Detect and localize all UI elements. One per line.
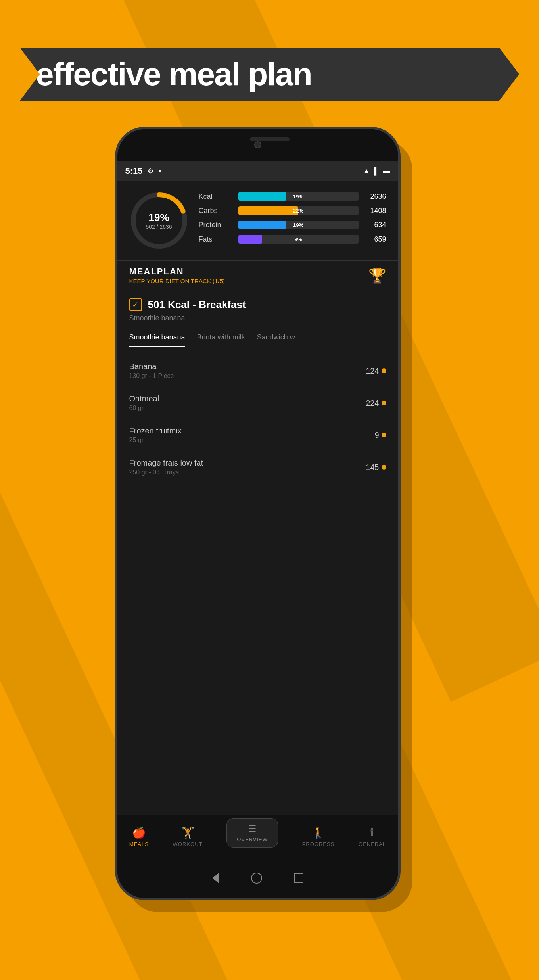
circle-percent: 19%	[146, 211, 172, 224]
battery-icon: ▬	[383, 167, 390, 175]
breakfast-title-row: ✓ 501 Kcal - Breakfast	[129, 298, 386, 311]
android-home-button[interactable]	[251, 873, 262, 884]
macro-bars: Kcal 19% 2636 Carbs 22%	[199, 192, 386, 249]
battery-status-icon: ▪	[159, 167, 161, 175]
wifi-icon: ▲	[363, 167, 370, 175]
breakfast-checkbox[interactable]: ✓	[129, 298, 142, 311]
food-oatmeal-calories: 224	[366, 399, 386, 408]
general-icon: ℹ	[370, 826, 374, 839]
list-item: Frozen fruitmix 25 gr 9	[129, 419, 386, 451]
macro-kcal-bar: 19%	[238, 192, 359, 201]
tab-smoothie-banana[interactable]: Smoothie banana	[129, 328, 185, 347]
phone-top-bezel	[117, 129, 398, 161]
breakfast-section: ✓ 501 Kcal - Breakfast Smoothie banana S…	[117, 288, 398, 351]
overview-icon: ☰	[248, 823, 257, 834]
macro-carbs-value: 1408	[363, 207, 386, 215]
nav-meals-label: MEALS	[129, 841, 149, 847]
oatmeal-kcal-value: 224	[366, 399, 379, 408]
banana-kcal-value: 124	[366, 366, 379, 376]
macro-carbs-bar: 22%	[238, 206, 359, 215]
food-fromage-calories: 145	[366, 463, 386, 472]
status-bar-left: 5:15 ⚙ ▪	[125, 166, 161, 176]
signal-icon: ▌	[374, 167, 379, 175]
macro-kcal-row: Kcal 19% 2636	[199, 192, 386, 201]
macro-protein-pct: 19%	[293, 222, 303, 228]
macro-carbs-pct: 22%	[293, 208, 303, 214]
food-banana-serving: 130 gr - 1 Piece	[129, 372, 174, 380]
phone-bottom-bezel	[117, 858, 398, 898]
status-icons-right: ▲ ▌ ▬	[363, 167, 390, 175]
header-title: effective meal plan	[36, 56, 312, 92]
meals-icon: 🍎	[132, 826, 146, 839]
nav-item-overview[interactable]: ☰ OVERVIEW	[226, 818, 278, 848]
macro-protein-row: Protein 19% 634	[199, 221, 386, 229]
food-items-list: Banana 130 gr - 1 Piece 124 Oatmeal 60 g…	[117, 351, 398, 487]
mealplan-header: MEALPLAN KEEP YOUR DIET ON TRACK (1/5) 🏆	[117, 260, 398, 288]
nav-item-progress[interactable]: 🚶 PROGRESS	[302, 826, 335, 847]
food-banana-calories: 124	[366, 366, 386, 376]
list-item: Fromage frais low fat 250 gr - 0.5 Trays…	[129, 451, 386, 483]
camera	[254, 141, 261, 148]
android-recents-button[interactable]	[294, 873, 303, 883]
nav-general-label: GENERAL	[359, 841, 386, 847]
gear-icon: ⚙	[148, 167, 154, 175]
android-back-button[interactable]	[212, 873, 219, 884]
list-item: Oatmeal 60 gr 224	[129, 387, 386, 419]
header-banner: effective meal plan	[20, 48, 519, 101]
circle-text: 19% 502 / 2636	[146, 211, 172, 230]
food-fromage-info: Fromage frais low fat 250 gr - 0.5 Trays	[129, 458, 203, 476]
nav-item-general[interactable]: ℹ GENERAL	[359, 826, 386, 847]
macro-protein-bar: 19%	[238, 221, 359, 229]
macro-fats-bar: 8%	[238, 235, 359, 244]
food-fromage-name: Fromage frais low fat	[129, 458, 203, 468]
mealplan-subtitle: KEEP YOUR DIET ON TRACK (1/5)	[129, 278, 225, 284]
nav-workout-label: WORKOUT	[173, 841, 203, 847]
breakfast-subtitle: Smoothie banana	[129, 314, 386, 322]
calorie-dot-icon	[382, 433, 386, 437]
food-oatmeal-info: Oatmeal 60 gr	[129, 394, 159, 412]
breakfast-title: 501 Kcal - Breakfast	[148, 299, 246, 311]
list-item: Banana 130 gr - 1 Piece 124	[129, 355, 386, 387]
phone-screen: 5:15 ⚙ ▪ ▲ ▌ ▬	[117, 161, 398, 858]
fromage-kcal-value: 145	[366, 463, 379, 472]
nav-overview-label: OVERVIEW	[237, 836, 268, 842]
bottom-navigation: 🍎 MEALS 🏋 WORKOUT ☰ OVERVIEW 🚶 PROGRESS …	[117, 815, 398, 858]
mealplan-subtitle-static: KEEP YOUR DIET	[129, 278, 180, 284]
macro-kcal-value: 2636	[363, 192, 386, 201]
food-fruitmix-serving: 25 gr	[129, 437, 182, 444]
nav-item-meals[interactable]: 🍎 MEALS	[129, 826, 149, 847]
workout-icon: 🏋	[181, 826, 195, 839]
status-time: 5:15	[125, 166, 143, 176]
nav-progress-label: PROGRESS	[302, 841, 335, 847]
check-icon: ✓	[132, 300, 139, 309]
speaker	[250, 137, 290, 141]
calorie-dot-icon	[382, 401, 386, 405]
macro-carbs-label: Carbs	[199, 207, 234, 215]
macro-kcal-label: Kcal	[199, 192, 234, 201]
food-oatmeal-name: Oatmeal	[129, 394, 159, 403]
circle-sub: 502 / 2636	[146, 224, 172, 230]
food-banana-name: Banana	[129, 362, 174, 371]
macro-carbs-row: Carbs 22% 1408	[199, 206, 386, 215]
macro-fats-label: Fats	[199, 235, 234, 244]
phone-body: 5:15 ⚙ ▪ ▲ ▌ ▬	[115, 127, 401, 900]
tab-brinta-milk[interactable]: Brinta with milk	[197, 328, 245, 347]
food-fruitmix-calories: 9	[374, 431, 386, 440]
stats-section: 19% 502 / 2636 Kcal 19% 2636	[117, 181, 398, 260]
food-oatmeal-serving: 60 gr	[129, 405, 159, 412]
macro-kcal-pct: 19%	[293, 194, 303, 199]
food-fruitmix-info: Frozen fruitmix 25 gr	[129, 426, 182, 444]
nav-item-workout[interactable]: 🏋 WORKOUT	[173, 826, 203, 847]
macro-fats-row: Fats 8% 659	[199, 235, 386, 244]
progress-icon: 🚶	[311, 826, 325, 839]
meal-tabs: Smoothie banana Brinta with milk Sandwic…	[129, 328, 386, 347]
macro-fats-pct: 8%	[295, 236, 302, 242]
macro-protein-label: Protein	[199, 221, 234, 229]
tab-sandwich[interactable]: Sandwich w	[257, 328, 295, 347]
macro-fats-value: 659	[363, 235, 386, 244]
mealplan-title: MEALPLAN	[129, 267, 225, 277]
mealplan-subtitle-highlight: ON TRACK (1/5)	[180, 278, 225, 284]
fruitmix-kcal-value: 9	[374, 431, 379, 440]
food-fruitmix-name: Frozen fruitmix	[129, 426, 182, 435]
calorie-dot-icon	[382, 465, 386, 470]
